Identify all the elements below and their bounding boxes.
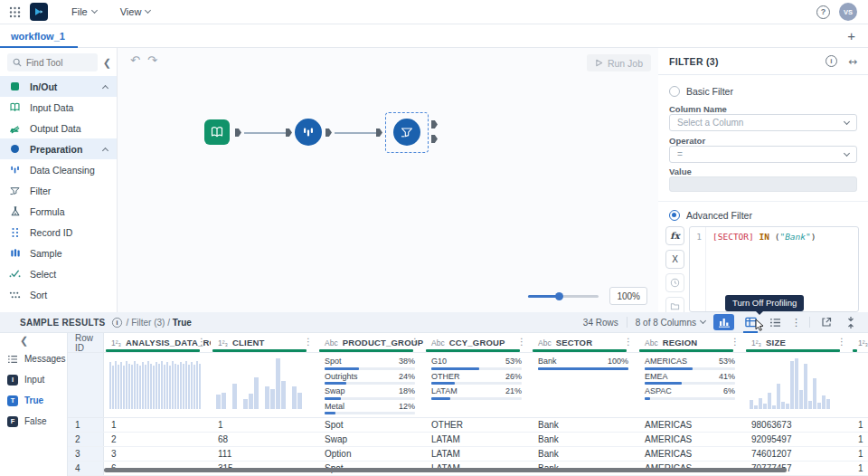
palette-item-input-data[interactable]: Input Data — [0, 97, 117, 118]
menu-file[interactable]: File — [71, 6, 97, 17]
run-job-button[interactable]: Run Job — [587, 54, 651, 71]
palette-item-formula[interactable]: Formula — [0, 201, 117, 222]
undo-icon[interactable]: ↶ — [130, 53, 140, 67]
data-cell: LATAM — [424, 433, 531, 446]
value-label: ASPAC — [645, 386, 672, 396]
functions-button[interactable]: fx — [665, 226, 684, 245]
rail-item-label: True — [24, 395, 43, 405]
column-header-sector[interactable]: AbcSECTOR⋮ — [531, 333, 637, 352]
palette-item-filter[interactable]: Filter — [0, 180, 117, 201]
toggle-profiling-button[interactable] — [713, 314, 734, 330]
palette-item-record-id[interactable]: Record ID — [0, 222, 117, 243]
zoom-slider-handle[interactable] — [555, 292, 563, 300]
histogram-bar — [118, 365, 119, 409]
column-menu-icon[interactable]: ⋮ — [197, 337, 206, 347]
node-filter[interactable] — [393, 119, 420, 146]
list-view-button[interactable] — [767, 314, 783, 330]
histogram-bar — [137, 364, 138, 409]
column-header-analysis-data-row[interactable]: 1²₃ANALYSIS_DATA_ROW⋮ — [104, 333, 211, 352]
column-menu-icon[interactable]: ⋮ — [624, 337, 633, 347]
add-tab-button[interactable]: + — [847, 29, 855, 43]
more-options-icon[interactable]: ⋮ — [791, 317, 801, 328]
info-icon[interactable]: i — [826, 55, 837, 67]
histogram-bar — [172, 361, 174, 409]
palette-item-sort[interactable]: Sort — [0, 284, 117, 305]
data-quality-bar — [319, 349, 413, 352]
column-header-size[interactable]: 1²₃SIZE⋮ — [744, 333, 851, 352]
alteryx-logo-icon[interactable] — [30, 3, 48, 21]
output-anchor[interactable] — [326, 129, 332, 137]
collapse-palette-button[interactable]: ❮ — [103, 57, 111, 69]
input-anchor[interactable] — [286, 129, 292, 137]
chevron-up-icon — [102, 147, 108, 153]
value-item-metal: Metal12% — [325, 402, 415, 415]
palette-item-output-data[interactable]: Output Data — [0, 118, 117, 138]
palette-item-sample[interactable]: Sample — [0, 243, 117, 263]
column-menu-icon[interactable]: ⋮ — [837, 337, 846, 347]
palette-item-select[interactable]: Select — [0, 263, 117, 284]
basic-filter-radio[interactable]: Basic Filter — [669, 86, 733, 97]
collapse-panel-button[interactable] — [843, 314, 859, 330]
redo-icon[interactable]: ↷ — [147, 53, 157, 67]
column-menu-icon[interactable]: ⋮ — [410, 337, 420, 347]
column-header-ccy-group[interactable]: AbcCCY_GROUP⋮ — [424, 333, 531, 352]
node-data-cleansing[interactable] — [295, 119, 322, 146]
value-bar-fill — [431, 382, 455, 385]
data-cell: 68 — [211, 433, 317, 446]
column-header-client[interactable]: 1²₃CLIENT⋮ — [211, 333, 317, 352]
menu-view[interactable]: View — [120, 6, 151, 17]
row-id-cell: 2 — [68, 433, 104, 446]
node-input-data[interactable] — [204, 119, 230, 145]
data-cell: 1 — [851, 418, 868, 432]
horizontal-scrollbar[interactable] — [104, 468, 787, 472]
column-header-partial[interactable]: 1²₃ — [851, 333, 868, 352]
zoom-slider[interactable] — [528, 295, 599, 298]
advanced-filter-radio[interactable]: Advanced Filter — [669, 210, 752, 221]
open-in-new-button[interactable] — [818, 314, 835, 330]
columns-dropdown[interactable]: 8 of 8 Columns — [636, 318, 705, 328]
table-view-button[interactable] — [742, 314, 759, 330]
rail-item-input[interactable]: IInput — [0, 369, 67, 390]
app-grid-icon[interactable] — [9, 6, 21, 18]
collapse-rail-button[interactable]: ❮ — [20, 335, 28, 347]
search-input[interactable] — [26, 58, 90, 68]
column-menu-icon[interactable]: ⋮ — [517, 337, 526, 347]
palette-item-in-out[interactable]: In/Out — [0, 76, 117, 97]
palette-item-preparation[interactable]: Preparation — [0, 138, 117, 159]
rail-item-false[interactable]: FFalse — [0, 411, 67, 432]
value-label: Swap — [325, 386, 345, 396]
workflow-canvas[interactable]: ↶ ↷ Run Job 100 — [118, 48, 658, 312]
histogram-bar — [112, 366, 114, 409]
avatar[interactable]: VS — [839, 3, 857, 21]
info-icon[interactable]: i — [112, 317, 122, 327]
saved-expressions-button[interactable] — [665, 297, 684, 312]
data-cell: 1 — [851, 462, 868, 475]
column-header-product-group[interactable]: AbcPRODUCT_GROUP⋮ — [317, 333, 424, 352]
column-menu-icon[interactable]: ⋮ — [304, 337, 313, 347]
column-select-placeholder: Select a Column — [677, 118, 743, 128]
column-menu-icon[interactable]: ⋮ — [731, 337, 740, 347]
row-id-cell: 3 — [68, 447, 104, 461]
input-anchor[interactable] — [376, 129, 382, 137]
false-output-anchor[interactable] — [431, 135, 438, 143]
tab-workflow-1[interactable]: workflow_1 — [0, 24, 78, 47]
breadcrumb-filter[interactable]: Filter (3) — [131, 318, 165, 328]
column-select[interactable]: Select a Column — [669, 114, 857, 131]
help-icon[interactable]: ? — [816, 5, 830, 19]
chevron-down-icon — [700, 318, 706, 324]
palette-item-data-cleansing[interactable]: Data Cleansing — [0, 159, 117, 180]
histogram-bar — [126, 361, 127, 409]
expand-panel-icon[interactable]: ↔ — [848, 55, 857, 68]
histogram-bar — [131, 365, 133, 409]
find-tool-search[interactable] — [7, 53, 98, 71]
true-output-anchor[interactable] — [431, 120, 438, 129]
operator-select[interactable]: = — [669, 146, 857, 163]
rail-item-messages[interactable]: Messages — [0, 348, 67, 369]
column-header-region[interactable]: AbcREGION⋮ — [637, 333, 744, 352]
histogram-bar — [249, 394, 253, 409]
row-id-header[interactable]: Row ID — [68, 333, 104, 352]
output-anchor[interactable] — [235, 129, 241, 137]
history-button[interactable] — [665, 273, 684, 292]
columns-button[interactable]: X — [665, 250, 684, 269]
rail-item-true[interactable]: TTrue — [0, 390, 67, 411]
